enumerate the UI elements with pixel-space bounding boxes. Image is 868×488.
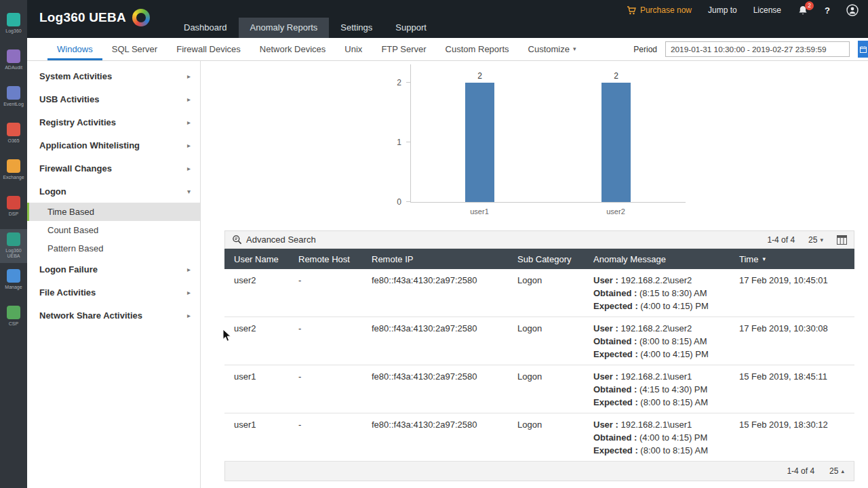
page-size-value: 25	[808, 235, 817, 245]
sidebar-item-system-activities[interactable]: System Activities ▸	[27, 64, 200, 87]
chevron-down-icon: ▾	[187, 188, 191, 195]
sidebar-item-usb-activities[interactable]: USB Activities ▸	[27, 87, 200, 110]
sidebar-item-network-share-activities[interactable]: Network Share Activities ▸	[27, 304, 200, 327]
column-header-user-name[interactable]: User Name	[234, 254, 298, 264]
help-button[interactable]: ?	[825, 5, 830, 16]
notifications-button[interactable]: 2	[797, 5, 808, 16]
app-rail-item-log360-ueba[interactable]: Log360 UEBA	[0, 229, 27, 263]
logon-submenu: Time Based Count Based Pattern Based	[27, 203, 200, 258]
result-range: 1-4 of 4	[787, 466, 814, 476]
column-header-anomaly-message[interactable]: Anomaly Message	[593, 254, 739, 264]
y-axis	[410, 64, 411, 202]
sidebar-item-label: File Activities	[39, 287, 96, 298]
y-tick-label: 2	[368, 78, 401, 87]
cell-user-name: user1	[234, 370, 298, 383]
column-header-sub-category[interactable]: Sub Category	[517, 254, 593, 264]
csp-app-icon	[7, 306, 20, 319]
column-header-remote-host[interactable]: Remote Host	[298, 254, 372, 264]
chart-bar-user1[interactable]	[465, 83, 494, 202]
cell-anomaly-message: User : 192.168.2.2\user2 Obtained : (8:1…	[593, 274, 739, 312]
app-rail-item-o365[interactable]: O365	[0, 119, 27, 153]
period-range-input[interactable]	[665, 41, 850, 57]
sidebar-item-label: USB Activities	[39, 94, 99, 104]
table-row: user2 - fe80::f43a:4130:2a97:2580 Logon …	[224, 269, 854, 317]
cell-user-name: user2	[234, 322, 298, 335]
app-rail-item-log360[interactable]: Log360	[0, 9, 27, 43]
mouse-cursor	[222, 329, 232, 342]
sidebar-subitem-count-based[interactable]: Count Based	[27, 221, 200, 239]
app-label: CSP	[1, 321, 26, 327]
app-rail-item-eventlog[interactable]: EventLog	[0, 83, 27, 117]
tab-network-devices[interactable]: Network Devices	[250, 38, 336, 60]
report-tabs-bar: Windows SQL Server Firewall Devices Netw…	[27, 38, 868, 61]
app-rail-item-exchange[interactable]: Exchange	[0, 156, 27, 190]
app-label: O365	[1, 138, 26, 144]
cell-user-name: user2	[234, 274, 298, 287]
log360-app-icon	[7, 13, 20, 26]
cell-remote-ip: fe80::f43a:4130:2a97:2580	[372, 322, 517, 335]
cell-remote-host: -	[298, 274, 372, 287]
sidebar-item-application-whitelisting[interactable]: Application Whitelisting ▸	[27, 134, 200, 157]
cell-anomaly-message: User : 192.168.2.2\user2 Obtained : (8:0…	[593, 322, 739, 361]
nav-settings[interactable]: Settings	[329, 18, 384, 38]
manageengine-logo-icon	[132, 9, 150, 26]
x-tick-label: user1	[449, 207, 510, 216]
sidebar-item-logon[interactable]: Logon ▾	[27, 180, 200, 203]
tab-custom-reports[interactable]: Custom Reports	[436, 38, 519, 60]
app-label: DSP	[1, 211, 26, 217]
app-rail: Log360 ADAudit EventLog O365 Exchange DS…	[0, 0, 27, 488]
jump-to-link[interactable]: Jump to	[708, 5, 737, 15]
app-label: EventLog	[1, 102, 26, 107]
tab-unix[interactable]: Unix	[335, 38, 372, 60]
x-axis	[410, 202, 686, 203]
cell-sub-category: Logon	[517, 370, 593, 383]
sidebar-subitem-pattern-based[interactable]: Pattern Based	[27, 239, 200, 258]
nav-dashboard[interactable]: Dashboard	[172, 18, 239, 38]
cell-sub-category: Logon	[517, 322, 593, 335]
column-header-time[interactable]: Time ▾	[739, 254, 854, 264]
app-rail-item-adaudit[interactable]: ADAudit	[0, 46, 27, 80]
cell-time: 17 Feb 2019, 10:45:01	[739, 274, 854, 287]
user-menu-button[interactable]	[846, 4, 859, 16]
cell-time: 15 Feb 2019, 18:45:11	[739, 370, 854, 383]
logo-text: Log360 UEBA	[39, 10, 126, 25]
cell-sub-category: Logon	[517, 418, 593, 431]
nav-support[interactable]: Support	[384, 18, 438, 38]
sidebar-item-label: Registry Activities	[39, 117, 116, 127]
topbar-utilities: Purchase now Jump to License 2 ?	[627, 3, 859, 18]
tab-sql-server[interactable]: SQL Server	[102, 38, 167, 60]
page-size-dropdown[interactable]: 25 ▾	[808, 235, 823, 245]
column-chooser-icon[interactable]	[837, 235, 847, 245]
sidebar-item-firewall-changes[interactable]: Firewall Changes ▸	[27, 157, 200, 180]
tab-windows[interactable]: Windows	[47, 38, 102, 60]
exchange-app-icon	[7, 159, 20, 173]
tab-firewall-devices[interactable]: Firewall Devices	[167, 38, 250, 60]
tab-ftp-server[interactable]: FTP Server	[372, 38, 435, 60]
cell-time: 15 Feb 2019, 18:30:12	[739, 418, 854, 431]
cell-remote-ip: fe80::f43a:4130:2a97:2580	[372, 274, 517, 287]
chart-bar-user2[interactable]	[601, 83, 631, 202]
tab-customize[interactable]: Customize ▾	[519, 38, 586, 60]
license-link[interactable]: License	[753, 5, 781, 15]
adaudit-app-icon	[7, 49, 20, 63]
cell-remote-host: -	[298, 322, 372, 335]
chevron-right-icon: ▸	[187, 165, 191, 172]
sidebar-item-file-activities[interactable]: File Activities ▸	[27, 281, 200, 304]
purchase-now-link[interactable]: Purchase now	[627, 5, 692, 15]
chevron-right-icon: ▸	[187, 312, 191, 319]
app-rail-item-dsp[interactable]: DSP	[0, 192, 27, 226]
page-size-dropdown[interactable]: 25 ▴	[829, 466, 844, 476]
calendar-button[interactable]	[858, 41, 868, 58]
advanced-search-button[interactable]: Advanced Search	[232, 235, 316, 245]
sidebar-item-logon-failure[interactable]: Logon Failure ▸	[27, 258, 200, 281]
app-rail-item-manage[interactable]: Manage	[0, 266, 27, 300]
nav-anomaly-reports[interactable]: Anomaly Reports	[239, 18, 330, 38]
cart-icon	[627, 6, 636, 15]
table-row: user2 - fe80::f43a:4130:2a97:2580 Logon …	[224, 317, 854, 365]
advanced-search-label: Advanced Search	[246, 235, 316, 245]
column-header-remote-ip[interactable]: Remote IP	[372, 254, 517, 264]
sidebar-item-registry-activities[interactable]: Registry Activities ▸	[27, 110, 200, 134]
y-tick-label: 0	[368, 197, 401, 207]
app-rail-item-csp[interactable]: CSP	[0, 302, 27, 336]
sidebar-subitem-time-based[interactable]: Time Based	[27, 203, 200, 221]
